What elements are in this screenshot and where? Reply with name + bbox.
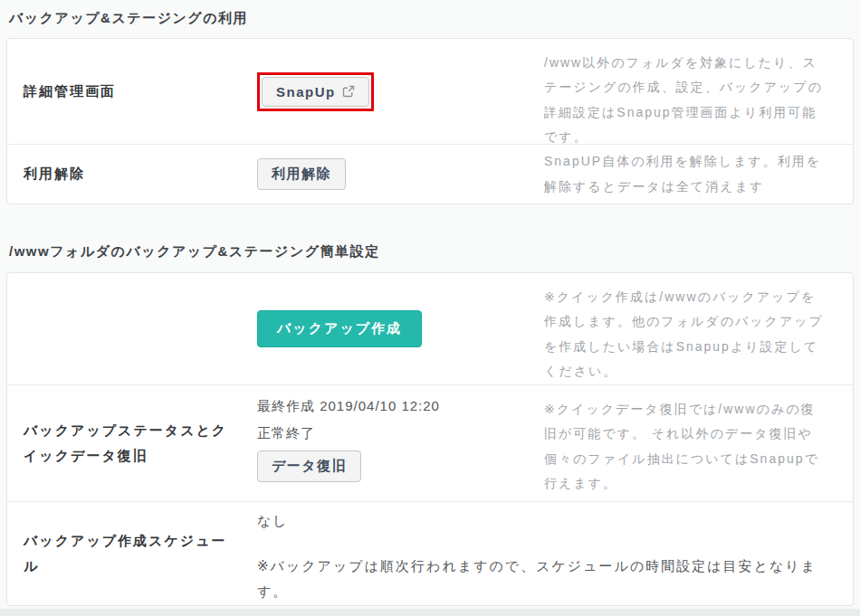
backup-status-label: バックアップステータスとクイックデータ復旧 (7, 385, 257, 501)
backup-settings-page: バックアップ&ステージングの利用 詳細管理画面 SnapUp (0, 0, 860, 609)
backup-schedule-note: ※バックアップは順次行われますので、スケジュールの時間設定は目安となります。 (257, 554, 826, 605)
admin-screen-description: /www以外のフォルダを対象にしたり、ステージングの作成、設定、バックアップの詳… (544, 39, 853, 144)
snapup-button-highlight: SnapUp (257, 72, 374, 111)
section-title-backup-staging-usage: バックアップ&ステージングの利用 (9, 0, 851, 38)
admin-screen-action-cell: SnapUp (257, 39, 544, 144)
cancel-usage-description: SnapUP自体の利用を解除します。利用を解除するとデータは全て消えます (544, 149, 853, 199)
row-backup-status: バックアップステータスとクイックデータ復旧 最終作成 2019/04/10 12… (7, 384, 853, 501)
external-link-icon (342, 85, 355, 98)
section-title-www-quick-settings: /wwwフォルダのバックアップ&ステージング簡単設定 (9, 204, 851, 272)
cancel-usage-action-cell: 利用解除 (257, 145, 544, 204)
data-restore-button-label: データ復旧 (272, 458, 347, 475)
backup-schedule-value: なし (257, 508, 826, 535)
row-cancel-usage: 利用解除 利用解除 SnapUP自体の利用を解除します。利用を解除するとデータは… (7, 144, 853, 204)
cancel-usage-label: 利用解除 (7, 145, 257, 204)
quick-settings-card: バックアップ作成 ※クイック作成は/wwwのバックアップを作成します。他のフォル… (6, 272, 854, 606)
backup-schedule-label: バックアップ作成スケジュール (7, 502, 257, 605)
backup-schedule-content: なし ※バックアップは順次行われますので、スケジュールの時間設定は目安となります… (257, 502, 853, 605)
row-backup-schedule: バックアップ作成スケジュール なし ※バックアップは順次行われますので、スケジュ… (7, 501, 853, 605)
row-admin-screen: 詳細管理画面 SnapUp /www以外の (7, 39, 853, 144)
admin-screen-label: 詳細管理画面 (7, 39, 257, 144)
create-backup-description: ※クイック作成は/wwwのバックアップを作成します。他のフォルダのバックアップを… (544, 273, 853, 384)
cancel-usage-button-label: 利用解除 (272, 166, 331, 183)
status-text: 正常終了 (257, 423, 440, 442)
usage-settings-card: 詳細管理画面 SnapUp /www以外の (6, 38, 854, 204)
create-backup-button[interactable]: バックアップ作成 (257, 310, 422, 347)
row-create-backup: バックアップ作成 ※クイック作成は/wwwのバックアップを作成します。他のフォル… (7, 273, 853, 384)
snapup-button-label: SnapUp (276, 84, 336, 100)
backup-status-action-cell: 最終作成 2019/04/10 12:20 正常終了 データ復旧 (257, 385, 544, 501)
snapup-button[interactable]: SnapUp (262, 77, 369, 107)
cancel-usage-button[interactable]: 利用解除 (257, 158, 346, 190)
backup-status-description: ※クイックデータ復旧では/wwwのみの復旧が可能です。 それ以外のデータ復旧や個… (544, 385, 853, 501)
data-restore-button[interactable]: データ復旧 (257, 450, 361, 482)
last-created-text: 最終作成 2019/04/10 12:20 (257, 396, 440, 415)
backup-status-stack: 最終作成 2019/04/10 12:20 正常終了 データ復旧 (257, 396, 440, 482)
create-backup-action-cell: バックアップ作成 (257, 273, 544, 384)
create-backup-label-empty (7, 273, 257, 384)
